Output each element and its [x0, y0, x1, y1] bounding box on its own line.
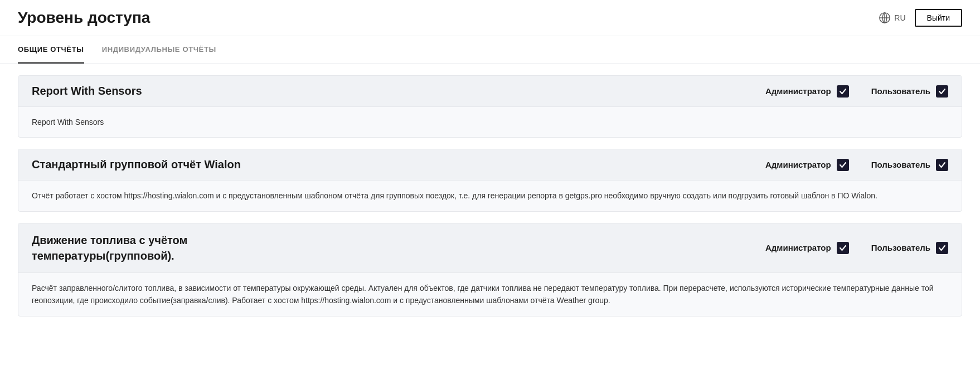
- admin-label-1: Администратор: [765, 86, 831, 96]
- user-control-2: Пользователь: [871, 159, 948, 171]
- checkmark-icon-admin-1: [839, 87, 847, 95]
- report-title-1: Report With Sensors: [32, 85, 142, 98]
- admin-control-2: Администратор: [765, 159, 849, 171]
- logout-button[interactable]: Выйти: [915, 9, 962, 27]
- report-title-3: Движение топлива с учётом температуры(гр…: [32, 232, 299, 264]
- report-controls-3: Администратор Пользователь: [765, 242, 948, 254]
- checkmark-icon-user-1: [938, 87, 946, 95]
- admin-checkbox-1[interactable]: [837, 85, 849, 98]
- header: Уровень доступа RU Выйти: [0, 0, 980, 36]
- header-right: RU Выйти: [879, 9, 962, 27]
- report-header-1: Report With Sensors Администратор Пользо…: [18, 76, 962, 107]
- user-control-3: Пользователь: [871, 242, 948, 254]
- main-content: Report With Sensors Администратор Пользо…: [0, 75, 980, 316]
- language-switcher[interactable]: RU: [879, 12, 905, 24]
- report-body-1: Report With Sensors: [18, 107, 962, 137]
- report-description-1: Report With Sensors: [32, 116, 948, 128]
- report-header-3: Движение топлива с учётом температуры(гр…: [18, 223, 962, 273]
- checkmark-icon-admin-3: [839, 244, 847, 252]
- admin-checkbox-2[interactable]: [837, 159, 849, 171]
- admin-label-3: Администратор: [765, 243, 831, 252]
- report-header-2: Стандартный групповой отчёт Wialon Админ…: [18, 149, 962, 181]
- admin-label-2: Администратор: [765, 160, 831, 169]
- tab-individual-reports[interactable]: ИНДИВИДУАЛЬНЫЕ ОТЧЁТЫ: [102, 36, 216, 64]
- globe-icon: [879, 12, 891, 24]
- checkmark-icon-user-2: [938, 161, 946, 169]
- user-control-1: Пользователь: [871, 85, 948, 98]
- user-label-2: Пользователь: [871, 160, 930, 169]
- report-body-3: Расчёт заправленного/слитого топлива, в …: [18, 273, 962, 316]
- checkmark-icon-admin-2: [839, 161, 847, 169]
- page-title: Уровень доступа: [18, 9, 150, 27]
- report-description-3: Расчёт заправленного/слитого топлива, в …: [32, 282, 948, 307]
- checkmark-icon-user-3: [938, 244, 946, 252]
- user-label-3: Пользователь: [871, 243, 930, 252]
- user-checkbox-3[interactable]: [936, 242, 948, 254]
- lang-label: RU: [894, 13, 905, 22]
- report-description-2: Отчёт работает с хостом https://hosting.…: [32, 189, 948, 202]
- tab-general-reports[interactable]: ОБЩИЕ ОТЧЁТЫ: [18, 36, 84, 64]
- tabs-nav: ОБЩИЕ ОТЧЁТЫ ИНДИВИДУАЛЬНЫЕ ОТЧЁТЫ: [0, 36, 980, 64]
- user-label-1: Пользователь: [871, 86, 930, 96]
- report-title-2: Стандартный групповой отчёт Wialon: [32, 158, 241, 171]
- report-controls-1: Администратор Пользователь: [765, 85, 948, 98]
- report-card-fuel-temperature: Движение топлива с учётом температуры(гр…: [18, 223, 962, 316]
- report-card-report-with-sensors: Report With Sensors Администратор Пользо…: [18, 75, 962, 138]
- report-card-standard-group: Стандартный групповой отчёт Wialon Админ…: [18, 149, 962, 211]
- user-checkbox-2[interactable]: [936, 159, 948, 171]
- user-checkbox-1[interactable]: [936, 85, 948, 98]
- admin-checkbox-3[interactable]: [837, 242, 849, 254]
- report-body-2: Отчёт работает с хостом https://hosting.…: [18, 181, 962, 211]
- admin-control-1: Администратор: [765, 85, 849, 98]
- report-controls-2: Администратор Пользователь: [765, 159, 948, 171]
- admin-control-3: Администратор: [765, 242, 849, 254]
